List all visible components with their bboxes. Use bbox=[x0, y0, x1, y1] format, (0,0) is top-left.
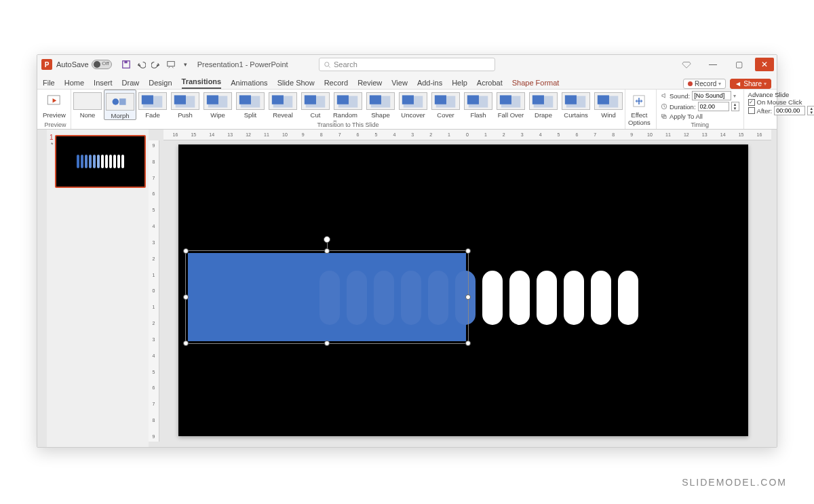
left-gutter bbox=[37, 130, 47, 447]
on-mouse-click-checkbox[interactable]: ✓ bbox=[748, 99, 755, 106]
after-checkbox[interactable] bbox=[748, 107, 755, 114]
ruler-tick: 4 bbox=[153, 353, 155, 358]
transition-label: Cover bbox=[437, 111, 454, 119]
pill-shape-white[interactable] bbox=[564, 271, 584, 325]
resize-handle-e[interactable] bbox=[465, 294, 471, 300]
tab-insert[interactable]: Insert bbox=[94, 79, 113, 89]
transition-flash[interactable]: Flash bbox=[462, 90, 495, 119]
autosave-toggle[interactable]: Off bbox=[92, 60, 112, 69]
svg-rect-24 bbox=[370, 95, 381, 104]
transition-curtains[interactable]: Curtains bbox=[560, 90, 592, 119]
tab-acrobat[interactable]: Acrobat bbox=[477, 79, 503, 89]
transition-label: Curtains bbox=[564, 111, 587, 119]
share-button[interactable]: Share▾ bbox=[730, 79, 771, 89]
svg-rect-18 bbox=[272, 95, 284, 104]
resize-handle-sw[interactable] bbox=[183, 341, 189, 346]
transition-drape[interactable]: Drape bbox=[527, 90, 560, 119]
ruler-tick: 7 bbox=[153, 176, 155, 180]
svg-rect-34 bbox=[532, 95, 544, 104]
transition-split[interactable]: Split bbox=[234, 90, 267, 119]
ruler-tick: 6 bbox=[568, 132, 586, 137]
tab-shape-format[interactable]: Shape Format bbox=[512, 79, 560, 89]
on-mouse-click-label: On Mouse Click bbox=[757, 98, 802, 106]
duration-input[interactable] bbox=[698, 102, 729, 111]
transition-push[interactable]: Push bbox=[169, 90, 201, 119]
transition-wind[interactable]: Wind bbox=[592, 90, 625, 119]
transition-thumb-icon bbox=[366, 92, 395, 110]
tab-slideshow[interactable]: Slide Show bbox=[277, 79, 315, 89]
tab-help[interactable]: Help bbox=[452, 79, 467, 89]
transition-fall-over[interactable]: Fall Over bbox=[495, 90, 527, 119]
ruler-tick: 0 bbox=[153, 288, 155, 293]
ruler-tick: 2 bbox=[422, 132, 440, 137]
transition-cover[interactable]: Cover bbox=[429, 90, 462, 119]
save-icon[interactable] bbox=[121, 59, 132, 70]
resize-handle-n[interactable] bbox=[324, 248, 330, 254]
ruler-tick: 10 bbox=[275, 132, 294, 137]
after-input[interactable] bbox=[774, 106, 805, 115]
slideshow-icon[interactable] bbox=[166, 59, 176, 70]
svg-rect-12 bbox=[174, 95, 186, 104]
search-input[interactable]: Search bbox=[319, 58, 495, 71]
tab-review[interactable]: Review bbox=[357, 79, 382, 89]
tab-design[interactable]: Design bbox=[149, 79, 172, 89]
qat-dropdown-icon[interactable]: ▾ bbox=[180, 59, 191, 70]
preview-button[interactable]: Preview bbox=[40, 90, 69, 119]
duration-label: Duration: bbox=[670, 103, 696, 111]
ruler-tick: 3 bbox=[153, 240, 155, 245]
pill-shape-white[interactable] bbox=[591, 271, 611, 325]
after-spinner[interactable]: ▲▼ bbox=[807, 106, 814, 115]
transition-reveal[interactable]: Reveal bbox=[267, 90, 299, 119]
pill-shape-white[interactable] bbox=[509, 271, 530, 325]
resize-handle-w[interactable] bbox=[183, 294, 189, 300]
title-bar: P AutoSave Off ▾ Presentation1 - PowerPo… bbox=[37, 55, 777, 74]
sound-dropdown[interactable] bbox=[692, 91, 731, 100]
transition-morph[interactable]: Morph bbox=[104, 90, 136, 120]
ruler-tick: 7 bbox=[153, 402, 155, 406]
tab-transitions[interactable]: Transitions bbox=[182, 77, 222, 89]
maximize-button[interactable]: ▢ bbox=[729, 58, 748, 71]
minimize-button[interactable]: — bbox=[703, 58, 722, 71]
pill-shape-white[interactable] bbox=[618, 271, 638, 325]
record-button[interactable]: Record▾ bbox=[683, 79, 726, 89]
rotate-handle[interactable] bbox=[324, 236, 330, 243]
pill-shape-white[interactable] bbox=[537, 271, 557, 325]
resize-handle-ne[interactable] bbox=[465, 248, 471, 254]
transition-shape[interactable]: Shape bbox=[364, 90, 397, 119]
slide-canvas[interactable] bbox=[178, 144, 748, 436]
transition-uncover[interactable]: Uncover bbox=[397, 90, 429, 119]
undo-icon[interactable] bbox=[136, 59, 147, 70]
transition-cut[interactable]: Cut bbox=[299, 90, 332, 119]
ruler-tick: 1 bbox=[476, 132, 495, 137]
slide-thumbnail-pane[interactable]: 1 * bbox=[47, 130, 149, 447]
close-button[interactable]: ✕ bbox=[755, 58, 774, 71]
tab-record-tab[interactable]: Record bbox=[324, 79, 348, 89]
tab-view[interactable]: View bbox=[391, 79, 408, 89]
slide-thumbnail-1[interactable] bbox=[55, 135, 146, 188]
transition-random-bars[interactable]: Random Bars bbox=[332, 90, 364, 121]
transition-fade[interactable]: Fade bbox=[136, 90, 169, 119]
resize-handle-se[interactable] bbox=[465, 341, 471, 346]
ruler-tick: 12 bbox=[239, 132, 258, 137]
tab-draw[interactable]: Draw bbox=[122, 79, 140, 89]
resize-handle-nw[interactable] bbox=[183, 248, 189, 254]
preview-label: Preview bbox=[43, 111, 66, 119]
svg-rect-28 bbox=[435, 95, 446, 104]
tab-animations[interactable]: Animations bbox=[231, 79, 267, 89]
duration-spinner[interactable]: ▲▼ bbox=[731, 102, 739, 111]
transition-thumb-icon bbox=[399, 92, 427, 110]
effect-options-button[interactable]: Effect Options ▾ bbox=[625, 90, 653, 134]
tab-home[interactable]: Home bbox=[64, 79, 84, 89]
tab-file[interactable]: File bbox=[43, 79, 55, 89]
pill-shape-white[interactable] bbox=[482, 271, 503, 325]
svg-rect-10 bbox=[142, 95, 153, 104]
tab-addins[interactable]: Add-ins bbox=[417, 79, 442, 89]
transition-none[interactable]: None bbox=[71, 90, 104, 119]
redo-icon[interactable] bbox=[151, 59, 161, 70]
premium-diamond-icon[interactable] bbox=[682, 60, 691, 69]
transition-thumb-icon bbox=[204, 92, 232, 110]
apply-all-button[interactable]: Apply To All bbox=[661, 113, 739, 120]
resize-handle-s[interactable] bbox=[324, 341, 330, 346]
transition-wipe[interactable]: Wipe bbox=[201, 90, 234, 119]
ruler-tick: 8 bbox=[153, 418, 155, 423]
